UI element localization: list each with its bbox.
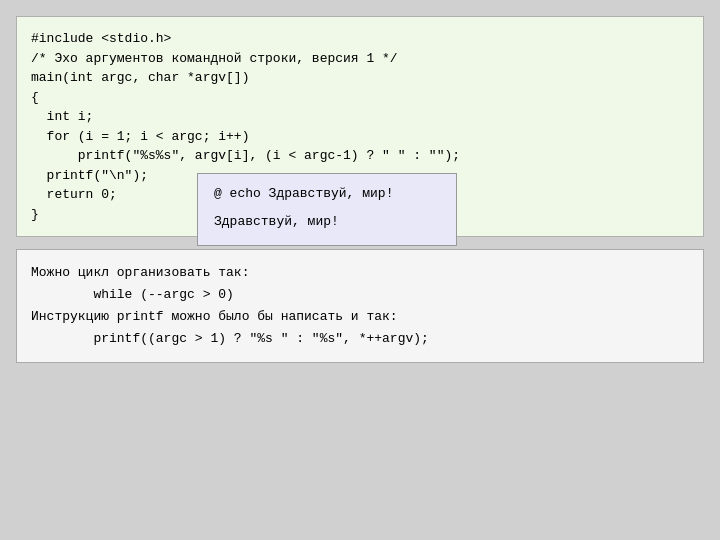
code-block: #include <stdio.h> /* Эхо аргументов ком… [16, 16, 704, 237]
note-line-2: while (--argc > 0) [31, 284, 689, 306]
terminal-output: Здравствуй, мир! [214, 212, 440, 232]
terminal-command: @ echo Здравствуй, мир! [214, 184, 440, 204]
code-line-7: for (i = 1; i < argc; i++) [31, 127, 689, 147]
note-line-5: printf((argc > 1) ? "%s " : "%s", *++arg… [31, 328, 689, 350]
note-block: Можно цикл организовать так: while (--ar… [16, 249, 704, 363]
code-line-2: /* Эхо аргументов командной строки, верс… [31, 49, 689, 69]
main-container: #include <stdio.h> /* Эхо аргументов ком… [16, 16, 704, 363]
note-line-1: Можно цикл организовать так: [31, 262, 689, 284]
code-line-8: printf("%s%s", argv[i], (i < argc-1) ? "… [31, 146, 689, 166]
code-line-4: main(int argc, char *argv[]) [31, 68, 689, 88]
note-line-4: Инструкцию printf можно было бы написать… [31, 306, 689, 328]
code-line-5: { [31, 88, 689, 108]
terminal-popup: @ echo Здравствуй, мир! Здравствуй, мир! [197, 173, 457, 246]
code-line-1: #include <stdio.h> [31, 29, 689, 49]
code-line-6: int i; [31, 107, 689, 127]
